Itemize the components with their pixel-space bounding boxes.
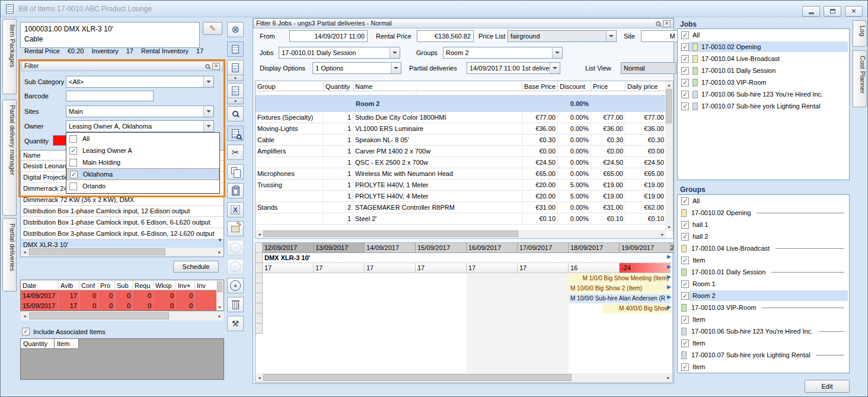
column-header-discount[interactable]: Discount: [558, 81, 591, 91]
availability-hscrollbar[interactable]: ◄ ►: [21, 312, 224, 321]
availability-col-header[interactable]: Avlb: [59, 280, 79, 290]
assoc-quantity-header[interactable]: Quantity: [21, 339, 55, 349]
date-header[interactable]: 17/09/2017: [518, 243, 569, 253]
paste-button[interactable]: [227, 183, 244, 198]
timeline-row-header[interactable]: [256, 273, 263, 283]
table-row[interactable]: 1Steel 2'€0.100.00%€0.10€0.10: [256, 213, 673, 225]
date-header[interactable]: 14/09/2017: [365, 243, 416, 253]
date-header[interactable]: 18/09/2017: [569, 243, 620, 253]
group-item-hall-2[interactable]: ✓hall 2: [678, 230, 849, 242]
close-filter-icon[interactable]: ✕: [212, 63, 220, 70]
table-row[interactable]: 1PROLYTE H40V, 4 Meter€20.005.00%€19.00€…: [256, 191, 673, 202]
scroll-left-arrow[interactable]: ◄: [257, 232, 261, 236]
scroll-right-arrow[interactable]: ►: [218, 314, 222, 318]
sites-combo[interactable]: Main: [66, 105, 214, 117]
timeline-row-header[interactable]: [256, 263, 263, 273]
column-header-daily-price[interactable]: Daily price: [626, 81, 666, 91]
move-up-button[interactable]: ↑: [227, 240, 244, 255]
check-out-button[interactable]: →: [227, 60, 244, 75]
sub-category-combo[interactable]: <All>: [66, 76, 214, 88]
table-row[interactable]: 1QSC - EX 2500 2 x 700w€24.500.00%€24.50…: [256, 157, 673, 168]
availability-col-header[interactable]: Wksp: [154, 280, 176, 290]
tab-item-packages[interactable]: Item Packages: [2, 19, 17, 94]
close-panel-icon[interactable]: ✕: [663, 20, 671, 27]
checkbox-icon[interactable]: ✓: [681, 233, 689, 241]
tab-cost-planner[interactable]: Cost Planner: [853, 50, 867, 107]
minimize-button[interactable]: [802, 6, 820, 17]
delete-item-button[interactable]: [227, 297, 244, 312]
restore-button[interactable]: [824, 6, 841, 17]
timeline-row-header[interactable]: [256, 293, 263, 303]
bill-of-items-button[interactable]: [227, 41, 244, 57]
job-item-17-0010-07-sub-hire-york-lighting-rental[interactable]: ✓17-0010.07 Sub-hire york Lighting Renta…: [678, 100, 849, 112]
chevron-down-icon[interactable]: [203, 106, 213, 117]
chevron-down-icon[interactable]: [552, 47, 562, 58]
timeline-row-header[interactable]: [256, 324, 263, 334]
checkbox-icon[interactable]: ✓: [681, 316, 689, 324]
timeline-row-header[interactable]: [256, 243, 263, 253]
checkbox-icon[interactable]: [69, 135, 77, 143]
checkbox-icon[interactable]: ✓: [681, 79, 689, 87]
check-in-dropdown-button[interactable]: ▼: [227, 98, 244, 104]
owner-option-all[interactable]: All: [66, 133, 219, 145]
booking-bar-yellow[interactable]: M 10/0/0 Big Show 2 (Item): [569, 284, 671, 293]
job-item-17-0010-01-daily-session[interactable]: ✓17-0010.01 Daily Session: [678, 65, 849, 76]
item-row[interactable]: Distribution Box 3-phase Camlock input, …: [21, 228, 224, 239]
delete-selection-button[interactable]: X: [227, 202, 244, 217]
checkbox-icon[interactable]: ✓: [681, 280, 689, 288]
group-item-17-0010-03-vip-room[interactable]: 17-0010.03 VIP-Room: [678, 302, 849, 313]
checkbox-icon[interactable]: ✓: [681, 257, 689, 264]
column-header-base-price[interactable]: Base Price: [522, 81, 558, 91]
edit-product-button[interactable]: ✎: [203, 22, 222, 35]
date-header[interactable]: 16/09/2017: [467, 243, 518, 253]
group-item-room-1[interactable]: ✓Room 1: [678, 278, 849, 290]
jobs-combo[interactable]: 17-0010.01 Daily Session: [279, 47, 400, 59]
table-row[interactable]: Amplifiers1Carver PM 1400 2 x 700w€0.000…: [256, 146, 673, 157]
date-header[interactable]: 15/09/2017: [416, 243, 467, 253]
display-options-combo[interactable]: 1 Options: [312, 62, 401, 74]
table-row[interactable]: Moving-Lights1VL1000 ERS Luminaire€36.00…: [256, 123, 673, 135]
job-item-all[interactable]: ✓All: [678, 29, 849, 41]
owner-option-oklahoma[interactable]: ✓Oklahoma: [66, 168, 219, 180]
checkbox-icon[interactable]: ✓: [681, 91, 689, 98]
booking-bar-yellow[interactable]: M 40/0/0 Big Show: [602, 304, 671, 313]
tab-log[interactable]: Log: [853, 20, 867, 47]
date-header[interactable]: 19/09/2017: [620, 243, 671, 253]
groups-combo[interactable]: Room 2: [443, 47, 563, 59]
availability-col-header[interactable]: Sub: [115, 280, 133, 290]
group-item-item[interactable]: ✓Item: [678, 361, 849, 373]
owner-option-leasing-owner-a[interactable]: ✓Leasing Owner A: [66, 145, 219, 156]
price-list-combo[interactable]: fairground: [508, 30, 617, 42]
checkbox-icon[interactable]: ✓: [681, 340, 689, 347]
availability-col-header[interactable]: Date: [21, 280, 59, 290]
checkbox-icon[interactable]: ✓: [70, 171, 78, 178]
timeline-row-header[interactable]: [256, 253, 263, 263]
tools-button[interactable]: ⚒: [227, 316, 244, 331]
column-header-name[interactable]: Name: [353, 81, 522, 91]
search-icon[interactable]: [205, 64, 210, 69]
scroll-thumb[interactable]: [263, 230, 518, 237]
group-item-room-2[interactable]: ✓Room 2: [678, 290, 849, 302]
checkbox-icon[interactable]: ✓: [681, 55, 689, 63]
item-list-hscrollbar[interactable]: ◄ ►: [21, 248, 224, 257]
search-icon[interactable]: [656, 21, 660, 26]
group-item-17-0010-06-sub-hire-123-you-re-hired-inc[interactable]: 17-0010.06 Sub-hire 123 You're Hired Inc…: [678, 325, 849, 337]
tab-partial-deliveries[interactable]: Partial deliveries: [2, 218, 17, 292]
table-row[interactable]: Cable1Speakon NL- 8 05'€0.300.00%€0.30€0…: [256, 135, 673, 146]
item-row[interactable]: Distribution Box 1-phase Camlock input, …: [21, 217, 224, 228]
group-item-item[interactable]: ✓Item: [678, 254, 849, 266]
scroll-down-arrow[interactable]: ▼: [218, 305, 222, 309]
scroll-left-arrow[interactable]: ◄: [23, 314, 27, 318]
availability-col-header[interactable]: Conf: [79, 280, 98, 290]
tab-partial-delivery-manager[interactable]: Partial delivery manager: [2, 100, 17, 216]
scroll-down-arrow[interactable]: ▼: [216, 238, 224, 246]
item-row[interactable]: Distribution Box 1-phase Camlock input, …: [21, 206, 224, 217]
chevron-down-icon[interactable]: [203, 121, 213, 132]
assoc-item-header[interactable]: Item: [55, 339, 79, 349]
checkbox-icon[interactable]: ✓: [681, 363, 689, 371]
date-header[interactable]: 13/09/2017: [314, 243, 365, 253]
search-stock-button[interactable]: [227, 106, 244, 121]
from-input[interactable]: 14/09/2017 11:00: [289, 30, 368, 42]
scroll-left-arrow[interactable]: ◄: [257, 376, 261, 380]
job-item-17-0010-06-sub-hire-123-you-re-hired-inc[interactable]: ✓17-0010.06 Sub-hire 123 You're Hired In…: [678, 88, 849, 100]
